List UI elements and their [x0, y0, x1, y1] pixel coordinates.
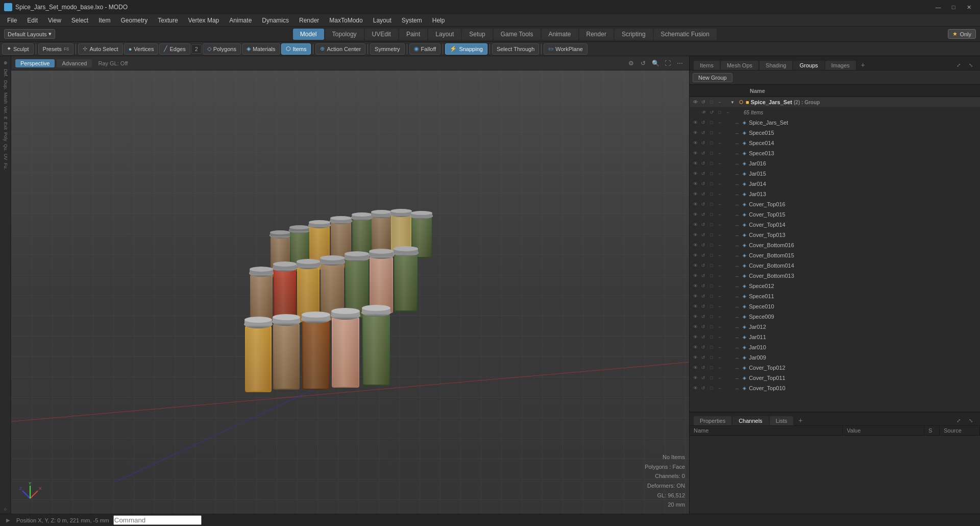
vis-lock-icon[interactable]: ↺: [700, 190, 707, 198]
menu-item-texture[interactable]: Texture: [153, 16, 183, 25]
vis-flag-icon[interactable]: –: [716, 221, 723, 228]
auto-select-button[interactable]: ⊹ Auto Select: [78, 43, 122, 55]
list-item-cover_top012[interactable]: 👁↺□––◈Cover_Top012: [690, 363, 980, 373]
list-item-spice_jars_set_group[interactable]: 👁↺□–▼⬡■ Spice_Jars_Set (2) : Group: [690, 97, 980, 107]
vis-check-icon[interactable]: □: [708, 374, 715, 381]
vis-eye-icon[interactable]: 👁: [692, 99, 699, 106]
vis-check-icon[interactable]: □: [708, 272, 715, 279]
vis-eye-icon[interactable]: 👁: [692, 252, 699, 259]
close-button[interactable]: ✕: [962, 0, 976, 14]
list-item-spece011[interactable]: 👁↺□––◈Spece011: [690, 291, 980, 301]
list-item-jar011[interactable]: 👁↺□––◈Jar011: [690, 332, 980, 342]
menu-item-select[interactable]: Select: [66, 16, 93, 25]
vis-lock-icon[interactable]: ↺: [700, 242, 707, 249]
vis-lock-icon[interactable]: ↺: [700, 323, 707, 330]
vis-check-icon[interactable]: □: [708, 385, 715, 392]
sidebar-label-dup[interactable]: Dup.: [3, 79, 9, 91]
vis-check-icon[interactable]: □: [708, 129, 715, 136]
menu-item-maxtomodo[interactable]: MaxToModo: [324, 16, 368, 25]
list-item-cover_bottom015[interactable]: 👁↺□––◈Cover_Bottom015: [690, 250, 980, 260]
vis-flag-icon[interactable]: –: [716, 344, 723, 351]
menu-item-file[interactable]: File: [2, 16, 22, 25]
vis-check-icon[interactable]: □: [708, 364, 715, 371]
vis-check-icon[interactable]: □: [708, 211, 715, 218]
vertices-button[interactable]: ● Vertices: [124, 43, 159, 55]
layout-tab-uvedit[interactable]: UVEdit: [365, 29, 398, 40]
list-item-items_count[interactable]: 👁↺□–65 Items: [690, 107, 980, 117]
vis-lock-icon[interactable]: ↺: [700, 160, 707, 167]
menu-item-layout[interactable]: Layout: [368, 16, 397, 25]
vis-eye-icon[interactable]: 👁: [692, 364, 699, 371]
viewport[interactable]: Perspective Advanced Ray GL: Off ⚙ ↺ 🔍 ⛶…: [11, 56, 689, 514]
vis-check-icon[interactable]: □: [708, 99, 715, 106]
list-item-jar013[interactable]: 👁↺□––◈Jar013: [690, 189, 980, 199]
vis-check-icon[interactable]: □: [708, 252, 715, 259]
vis-flag-icon[interactable]: –: [716, 262, 723, 269]
vis-check-icon[interactable]: □: [708, 190, 715, 198]
vis-flag-icon[interactable]: –: [716, 119, 723, 126]
vp-search-icon[interactable]: 🔍: [650, 58, 660, 68]
symmetry-button[interactable]: Symmetry: [370, 43, 405, 55]
vis-flag-icon[interactable]: –: [724, 109, 731, 116]
vis-flag-icon[interactable]: –: [716, 211, 723, 218]
layout-tab-setup[interactable]: Setup: [462, 29, 492, 40]
polygons-button[interactable]: ◇ Polygons: [203, 43, 241, 55]
sidebar-label-def[interactable]: Def.: [3, 68, 9, 79]
vis-lock-icon[interactable]: ↺: [700, 293, 707, 300]
sidebar-label-exit[interactable]: Exit: [3, 121, 9, 131]
vis-flag-icon[interactable]: –: [716, 160, 723, 167]
menu-item-help[interactable]: Help: [427, 16, 450, 25]
tab-images[interactable]: Images: [825, 61, 856, 70]
list-item-jar012[interactable]: 👁↺□––◈Jar012: [690, 322, 980, 332]
vis-check-icon[interactable]: □: [708, 303, 715, 310]
perspective-tab[interactable]: Perspective: [15, 59, 55, 67]
bottom-expand-icon[interactable]: ⤢: [953, 415, 964, 425]
vis-eye-icon[interactable]: 👁: [692, 119, 699, 126]
vis-eye-icon[interactable]: 👁: [692, 170, 699, 177]
vis-eye-icon[interactable]: 👁: [692, 282, 699, 290]
snapping-button[interactable]: ⚡ Snapping: [445, 43, 487, 55]
sculpt-button[interactable]: ✦ Sculpt: [2, 43, 34, 55]
vis-check-icon[interactable]: □: [708, 262, 715, 269]
select-through-button[interactable]: Select Through: [492, 43, 539, 55]
vis-eye-icon[interactable]: 👁: [692, 211, 699, 218]
vis-lock-icon[interactable]: ↺: [700, 262, 707, 269]
vis-lock-icon[interactable]: ↺: [700, 313, 707, 320]
vis-eye-icon[interactable]: 👁: [692, 323, 699, 330]
vis-check-icon[interactable]: □: [708, 282, 715, 290]
list-item-jar009[interactable]: 👁↺□––◈Jar009: [690, 352, 980, 363]
vis-flag-icon[interactable]: –: [716, 333, 723, 341]
vis-lock-icon[interactable]: ↺: [700, 170, 707, 177]
menu-item-vertex-map[interactable]: Vertex Map: [183, 16, 225, 25]
new-group-button[interactable]: New Group: [693, 73, 732, 82]
workplane-button[interactable]: ▭ WorkPlane: [544, 43, 587, 55]
vis-check-icon[interactable]: □: [708, 344, 715, 351]
maximize-button[interactable]: □: [946, 0, 961, 14]
layout-tab-schematic-fusion[interactable]: Schematic Fusion: [654, 29, 717, 40]
list-item-cover_top010[interactable]: 👁↺□––◈Cover_Top010: [690, 383, 980, 393]
vis-check-icon[interactable]: □: [708, 242, 715, 249]
list-item-cover_top011[interactable]: 👁↺□––◈Cover_Top011: [690, 373, 980, 383]
vis-flag-icon[interactable]: –: [716, 139, 723, 147]
vis-eye-icon[interactable]: 👁: [692, 201, 699, 208]
vis-lock-icon[interactable]: ↺: [700, 385, 707, 392]
vis-check-icon[interactable]: □: [708, 354, 715, 361]
vis-check-icon[interactable]: □: [708, 170, 715, 177]
presets-button[interactable]: Presets F6: [38, 43, 74, 55]
vis-flag-icon[interactable]: –: [716, 129, 723, 136]
vis-eye-icon[interactable]: 👁: [692, 150, 699, 157]
vis-eye-icon[interactable]: 👁: [692, 129, 699, 136]
sidebar-label-qu[interactable]: Qu.: [3, 143, 9, 153]
vis-eye-icon[interactable]: 👁: [692, 385, 699, 392]
vis-check-icon[interactable]: □: [708, 180, 715, 187]
vis-eye-icon[interactable]: 👁: [692, 293, 699, 300]
layout-tab-scripting[interactable]: Scripting: [615, 29, 653, 40]
vis-eye-icon[interactable]: 👁: [692, 354, 699, 361]
list-item-cover_top015[interactable]: 👁↺□––◈Cover_Top015: [690, 209, 980, 220]
list-item-cover_bottom013[interactable]: 👁↺□––◈Cover_Bottom013: [690, 271, 980, 281]
list-item-cover_bottom016[interactable]: 👁↺□––◈Cover_Bottom016: [690, 240, 980, 250]
list-item-spece009[interactable]: 👁↺□––◈Spece009: [690, 312, 980, 322]
vis-lock-icon[interactable]: ↺: [700, 333, 707, 341]
minimize-button[interactable]: —: [931, 0, 945, 14]
vis-lock-icon[interactable]: ↺: [700, 344, 707, 351]
